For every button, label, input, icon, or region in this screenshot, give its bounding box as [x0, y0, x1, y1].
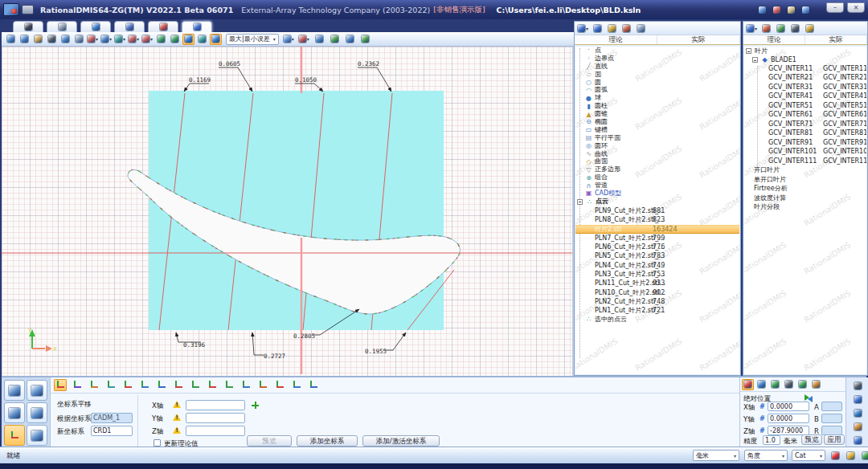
blade-section-row[interactable]: GCV_INTER41GCV_INTER41 [744, 92, 866, 102]
ribbon-tab-blade[interactable] [182, 21, 212, 32]
monitor-icon[interactable] [635, 22, 647, 34]
feature-type-item[interactable]: ▲圆锥 [575, 110, 739, 118]
pointcloud-item[interactable]: PLN11_Cut_叶片2.stl...933 [575, 279, 739, 288]
position-value-input[interactable] [768, 426, 809, 435]
feature-type-item[interactable]: ◦边界点 [575, 55, 739, 63]
measure-cube-button[interactable] [4, 380, 25, 401]
ribbon-tab-view[interactable] [80, 21, 111, 32]
report-open-icon[interactable]: ▾ [298, 34, 310, 45]
machine-button[interactable] [27, 425, 47, 446]
y-offset-input[interactable] [186, 413, 245, 423]
cs-point-icon[interactable] [121, 379, 134, 391]
section-2-icon[interactable]: ▾ [100, 34, 113, 45]
add-activate-coordsys-button[interactable]: 添加/激活坐标系 [362, 435, 440, 447]
cs-axes-icon[interactable] [138, 379, 151, 391]
position-apply-button[interactable]: 应用 [824, 434, 845, 445]
label-mode-icon[interactable] [210, 34, 222, 45]
blade-section-row[interactable]: GCV_INTER11GCV_INTER11 [744, 64, 866, 74]
feature-type-item[interactable]: ○圆 [575, 79, 739, 87]
pointcloud-item[interactable]: PLN3_Cut_叶片2.stl_...753 [575, 270, 739, 279]
feature-type-item[interactable]: ⊖椭圆 [575, 118, 739, 126]
blade-root-item[interactable]: 叶片 [744, 47, 866, 55]
report-send-icon[interactable] [359, 34, 371, 45]
whisker-icon[interactable] [196, 34, 208, 45]
feature-type-item[interactable]: ▮圆柱 [575, 102, 739, 110]
feature-cube-icon[interactable]: ▾ [577, 22, 589, 34]
cat-dropdown[interactable]: Cat▾ [792, 450, 825, 461]
feature-type-item[interactable]: ⊕组合 [575, 173, 739, 181]
log-icon[interactable] [845, 450, 857, 461]
alarm-icon[interactable] [829, 450, 841, 461]
section-1-icon[interactable]: ▾ [87, 34, 99, 45]
cs-part-icon[interactable] [223, 379, 235, 391]
report-print-icon[interactable] [344, 34, 356, 45]
angle-value-input[interactable] [821, 426, 842, 435]
cs-rps-icon[interactable] [206, 379, 219, 391]
precision-input[interactable] [763, 435, 780, 445]
close-button[interactable]: × [847, 2, 865, 13]
feature-type-item[interactable]: ▭键槽 [575, 126, 739, 134]
pointcloud-item[interactable]: PLN1_Cut_叶片2.stl_...721 [575, 306, 739, 315]
view-restore-icon[interactable] [59, 34, 72, 45]
blade-analysis-item[interactable]: Firtree分析 [744, 185, 866, 194]
z-offset-input[interactable] [186, 426, 245, 436]
pan-icon[interactable] [5, 34, 17, 45]
feature-type-item[interactable]: ◇曲面 [575, 157, 739, 165]
cs-matrix-icon[interactable] [172, 379, 185, 391]
cs-iterate-icon[interactable] [256, 379, 269, 391]
tolerance-shield-icon[interactable] [620, 22, 633, 34]
blade-section-row[interactable]: GCV_INTER51GCV_INTER51 [744, 101, 866, 111]
blade-axes-icon[interactable] [760, 22, 772, 34]
cs-offset-icon[interactable] [189, 379, 202, 391]
cs-rotate-icon[interactable] [71, 379, 84, 391]
view-orient-icon[interactable] [46, 34, 58, 45]
dock-shield-icon[interactable] [852, 434, 864, 446]
blade1-item[interactable]: ◆BLADE1 [744, 55, 866, 64]
tolerance-button[interactable] [27, 402, 47, 423]
cs-machine-icon[interactable] [307, 379, 320, 391]
unit-dropdown[interactable]: 毫米▾ [693, 450, 739, 461]
pointcloud-item[interactable]: PLN9_Cut_叶片2.stl_...881 [575, 206, 739, 215]
blade-analysis-item[interactable]: 开口叶片 [744, 166, 866, 176]
grab-icon[interactable] [32, 34, 44, 45]
blade-section-row[interactable]: GCV_INTER81GCV_INTER81 [744, 129, 866, 139]
blade-section-row[interactable]: GCV_INTER101GCV_INTER101 [744, 148, 866, 157]
pointcloud-item[interactable]: PLN6_Cut_叶片2.stl_...776 [575, 243, 739, 251]
minimize-button[interactable]: – [826, 2, 844, 13]
section-4-icon[interactable]: ▾ [128, 34, 140, 45]
ribbon-tab-model[interactable] [114, 21, 145, 32]
feature-type-item[interactable]: ▱面 [575, 71, 739, 79]
pointcloud-item[interactable]: PLN7_Cut_叶片2.stl_...799 [575, 234, 739, 243]
update-theoretical-checkbox[interactable] [154, 439, 161, 447]
blade-axes-color-icon[interactable] [804, 22, 816, 34]
blade-section-row[interactable]: GCV_INTER61GCV_INTER61 [744, 111, 866, 120]
pos-home-icon[interactable] [810, 379, 822, 390]
evaluate-tab-icon[interactable] [158, 22, 170, 33]
deviation-a-icon[interactable] [155, 34, 167, 45]
add-axis-icon[interactable] [252, 402, 259, 409]
pointcloud-item[interactable]: PLN10_Cut_叶片2.stl...902 [575, 288, 739, 297]
feature-type-item[interactable]: ●球 [575, 94, 739, 102]
pointcloud-item[interactable]: PLN8_Cut_叶片2.stl_...823 [575, 215, 739, 224]
feature-type-item[interactable]: ◎圆环 [575, 142, 739, 150]
cad-model-item[interactable]: ▣CAD模型 [575, 190, 739, 198]
cs-bestfit-icon[interactable] [104, 379, 117, 391]
help-shield-icon[interactable] [800, 4, 812, 15]
dock-zoom-icon[interactable] [852, 407, 864, 418]
blade-tab-icon[interactable] [191, 22, 203, 33]
feature-type-item[interactable]: ·点 [575, 47, 739, 55]
angle-value-input[interactable] [821, 414, 842, 423]
blade-section-row[interactable]: GCV_INTER71GCV_INTER71 [744, 120, 866, 129]
pos-joystick-icon[interactable] [783, 379, 795, 390]
feature-type-item[interactable]: ▤平行平面 [575, 134, 739, 142]
position-preview-button[interactable]: 预览 [801, 434, 822, 445]
section-3-icon[interactable]: ▾ [114, 34, 126, 45]
feature-type-item[interactable]: ╱直线 [575, 63, 739, 71]
pointcloud-item[interactable]: PLN5_Cut_叶片2.stl_...783 [575, 251, 739, 260]
view-image-icon[interactable] [73, 34, 85, 45]
cs-save-icon[interactable] [273, 379, 286, 391]
layout-windows-icon[interactable] [756, 4, 768, 15]
blade-analysis-item[interactable]: 叶片分段 [744, 203, 866, 213]
model-tab-icon[interactable] [124, 22, 136, 33]
colormap-icon[interactable] [182, 34, 194, 45]
